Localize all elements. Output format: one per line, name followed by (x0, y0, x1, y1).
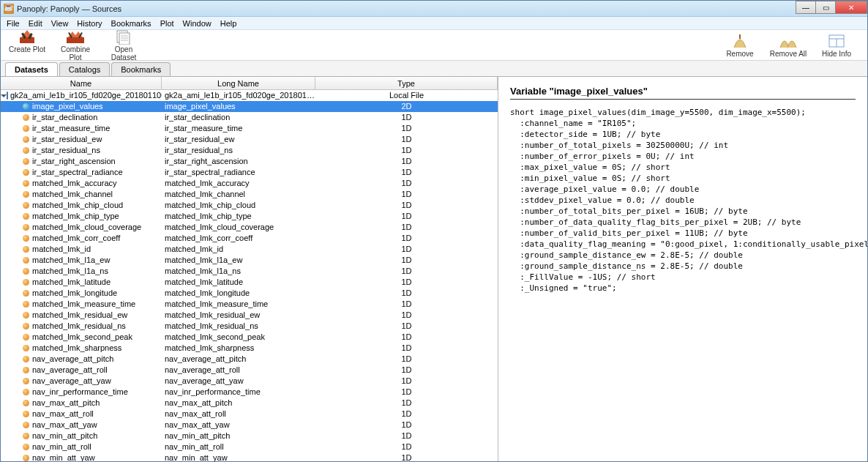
variable-icon (23, 202, 29, 209)
variable-title: Variable "image_pixel_values" (510, 86, 856, 100)
variable-icon (23, 125, 29, 132)
variable-row[interactable]: nav_average_att_rollnav_average_att_roll… (1, 365, 498, 376)
hide-info-icon (828, 33, 845, 49)
variable-row[interactable]: matched_lmk_l1a_nsmatched_lmk_l1a_ns1D (1, 266, 498, 277)
maximize-button[interactable]: ▭ (815, 1, 836, 14)
menu-edit[interactable]: Edit (24, 18, 47, 29)
variable-icon (23, 158, 29, 165)
table-body[interactable]: gk2a_ami_le1b_ir105_fd020ge_201801100200… (1, 90, 498, 461)
remove-button[interactable]: Remove (718, 33, 762, 58)
menu-help[interactable]: Help (216, 18, 242, 29)
variable-row[interactable]: nav_average_att_pitchnav_average_att_pit… (1, 354, 498, 365)
variable-row[interactable]: matched_lmk_residual_ewmatched_lmk_resid… (1, 310, 498, 321)
variable-row[interactable]: ir_star_residual_nsir_star_residual_ns1D (1, 145, 498, 156)
tabs: DatasetsCatalogsBookmarks (1, 61, 867, 77)
close-button[interactable]: ✕ (835, 1, 867, 14)
col-longname[interactable]: Long Name (162, 77, 315, 89)
combine-plot-button[interactable]: Combine Plot (53, 29, 97, 62)
variable-row[interactable]: ir_star_residual_ewir_star_residual_ew1D (1, 134, 498, 145)
variable-row[interactable]: matched_lmk_latitudematched_lmk_latitude… (1, 277, 498, 288)
variable-row[interactable]: ir_star_measure_timeir_star_measure_time… (1, 123, 498, 134)
file-row[interactable]: gk2a_ami_le1b_ir105_fd020ge_201801100200… (1, 90, 498, 101)
variable-icon (23, 444, 29, 450)
variable-icon (23, 345, 29, 351)
svg-rect-3 (67, 37, 84, 43)
variable-row[interactable]: matched_lmk_longitudematched_lmk_longitu… (1, 288, 498, 299)
tab-catalogs[interactable]: Catalogs (59, 62, 110, 76)
open-dataset-button[interactable]: Open Dataset (102, 29, 146, 62)
variable-icon (23, 103, 29, 110)
open-dataset-icon (115, 29, 132, 45)
variable-icon (23, 433, 29, 439)
variable-row[interactable]: nav_max_att_pitchnav_max_att_pitch1D (1, 398, 498, 409)
variable-row[interactable]: nav_max_att_yawnav_max_att_yaw1D (1, 420, 498, 431)
variable-icon (23, 224, 29, 231)
toolbar: Create PlotCombine PlotOpen Dataset Remo… (1, 30, 867, 61)
variable-icon (23, 279, 29, 286)
variable-row[interactable]: ir_star_declinationir_star_declination1D (1, 112, 498, 123)
dataset-tree-panel: Name Long Name Type gk2a_ami_le1b_ir105_… (1, 77, 498, 461)
remove-all-button[interactable]: Remove All (766, 33, 810, 58)
expand-icon[interactable] (1, 94, 7, 97)
detail-panel: Variable "image_pixel_values" short imag… (498, 77, 867, 461)
variable-row[interactable]: matched_lmk_l1a_ewmatched_lmk_l1a_ew1D (1, 255, 498, 266)
variable-row[interactable]: nav_max_att_rollnav_max_att_roll1D (1, 409, 498, 420)
menu-bookmarks[interactable]: Bookmarks (107, 18, 156, 29)
variable-icon (23, 180, 29, 187)
variable-icon (23, 422, 29, 428)
combine-plot-icon (67, 29, 84, 45)
col-type[interactable]: Type (315, 77, 498, 89)
menu-history[interactable]: History (72, 18, 106, 29)
variable-icon (23, 147, 29, 154)
variable-row[interactable]: nav_min_att_rollnav_min_att_roll1D (1, 441, 498, 452)
variable-icon (23, 213, 29, 220)
variable-icon (23, 367, 29, 373)
minimize-button[interactable]: — (796, 1, 816, 14)
menu-file[interactable]: File (2, 18, 24, 29)
svg-rect-11 (739, 34, 741, 39)
variable-row[interactable]: matched_lmk_idmatched_lmk_id1D (1, 244, 498, 255)
variable-row[interactable]: matched_lmk_corr_coeffmatched_lmk_corr_c… (1, 233, 498, 244)
variable-icon (23, 301, 29, 308)
table-header: Name Long Name Type (1, 77, 498, 90)
variable-row[interactable]: nav_min_att_pitchnav_min_att_pitch1D (1, 431, 498, 441)
variable-row[interactable]: nav_min_att_yawnav_min_att_yaw1D (1, 452, 498, 461)
variable-row[interactable]: matched_lmk_chip_cloudmatched_lmk_chip_c… (1, 200, 498, 211)
svg-rect-7 (119, 33, 130, 45)
variable-row[interactable]: matched_lmk_sharpnessmatched_lmk_sharpne… (1, 343, 498, 354)
variable-row[interactable]: matched_lmk_accuracymatched_lmk_accuracy… (1, 178, 498, 189)
variable-icon (23, 411, 29, 417)
variable-icon (23, 389, 29, 395)
java-icon (4, 4, 14, 14)
variable-row[interactable]: nav_average_att_yawnav_average_att_yaw1D (1, 376, 498, 387)
remove-icon (731, 33, 749, 49)
variable-icon (23, 268, 29, 275)
variable-row[interactable]: matched_lmk_residual_nsmatched_lmk_resid… (1, 321, 498, 332)
titlebar[interactable]: Panoply: Panoply — Sources — ▭ ✕ (1, 1, 867, 17)
variable-row[interactable]: matched_lmk_cloud_coveragematched_lmk_cl… (1, 222, 498, 233)
variable-row[interactable]: matched_lmk_chip_typematched_lmk_chip_ty… (1, 211, 498, 222)
col-name[interactable]: Name (1, 77, 162, 89)
variable-row[interactable]: nav_inr_performance_timenav_inr_performa… (1, 387, 498, 398)
variable-icon (23, 334, 29, 340)
svg-rect-0 (20, 37, 34, 43)
variable-row[interactable]: ir_star_right_ascensionir_star_right_asc… (1, 156, 498, 167)
menu-window[interactable]: Window (179, 18, 216, 29)
variable-row[interactable]: matched_lmk_measure_timematched_lmk_meas… (1, 299, 498, 310)
variable-icon (23, 235, 29, 242)
menu-view[interactable]: View (47, 18, 73, 29)
create-plot-button[interactable]: Create Plot (5, 29, 49, 62)
variable-icon (23, 114, 29, 121)
menu-plot[interactable]: Plot (156, 18, 179, 29)
variable-icon (23, 323, 29, 329)
variable-icon (23, 169, 29, 176)
variable-row[interactable]: image_pixel_valuesimage_pixel_values2D (1, 101, 498, 112)
tab-bookmarks[interactable]: Bookmarks (111, 62, 171, 76)
tab-datasets[interactable]: Datasets (5, 62, 58, 76)
window-title: Panoply: Panoply — Sources (17, 4, 121, 13)
hide-info-button[interactable]: Hide Info (815, 33, 858, 58)
variable-dump: short image_pixel_values(dim_image_y=550… (510, 107, 856, 294)
variable-row[interactable]: ir_star_spectral_radianceir_star_spectra… (1, 167, 498, 178)
variable-row[interactable]: matched_lmk_channelmatched_lmk_channel1D (1, 189, 498, 200)
variable-row[interactable]: matched_lmk_second_peakmatched_lmk_secon… (1, 332, 498, 343)
